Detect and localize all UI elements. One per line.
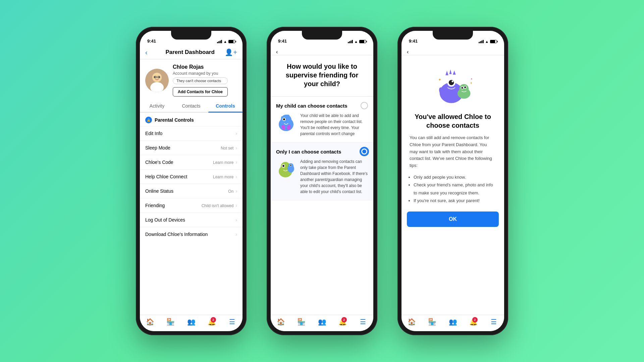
radio-1[interactable] (361, 102, 368, 109)
edit-info-label: Edit Info (145, 131, 162, 136)
download-label: Download Chloe's Information (145, 232, 208, 237)
nav-menu-3[interactable]: ☰ (484, 318, 504, 326)
nav-bell-3[interactable]: 🔔 2 (463, 318, 484, 326)
option1-text: Your child will be able to add and remov… (300, 113, 368, 137)
signal-2 (348, 40, 353, 43)
nav-home-1[interactable]: 🏠 (140, 318, 160, 326)
nav-groups-2[interactable]: 👥 (312, 318, 332, 326)
menu-item-friending[interactable]: Friending Child isn't allowed › (140, 198, 243, 213)
menu-item-edit-info[interactable]: Edit Info › (140, 126, 243, 140)
svg-point-4 (158, 76, 160, 78)
nav-groups-1[interactable]: 👥 (181, 318, 201, 326)
svg-point-30 (449, 80, 454, 85)
nav-store-2[interactable]: 🏪 (291, 318, 312, 326)
nav-store-1[interactable]: 🏪 (160, 318, 181, 326)
profile-section: Chloe Rojas Account managed by you They … (140, 59, 243, 100)
nav-menu-2[interactable]: ☰ (353, 318, 373, 326)
svg-point-15 (287, 115, 289, 117)
option-parent-choose[interactable]: Only I can choose contacts (271, 142, 373, 200)
svg-point-1 (152, 73, 162, 82)
option1-image (276, 113, 296, 133)
tab-controls[interactable]: Controls (208, 100, 243, 112)
phone-2: 9:41 ▲ ‹ How would you like to supervise… (267, 27, 377, 335)
menu-item-online-status[interactable]: Online Status On › (140, 184, 243, 198)
online-status-label: Online Status (145, 188, 173, 194)
log-out-label: Log Out of Devices (145, 217, 185, 223)
signal-1 (217, 40, 222, 43)
add-user-icon[interactable]: 👤+ (225, 48, 237, 56)
phone-1: 9:41 ▲ ‹ Parent Dashboard 👤+ (136, 27, 247, 335)
option-child-choose[interactable]: My child can choose contacts (271, 97, 373, 142)
chloe-code-chevron: › (235, 160, 237, 165)
signal-3 (479, 40, 484, 43)
svg-marker-26 (445, 71, 448, 75)
friending-chevron: › (235, 203, 237, 208)
svg-point-14 (281, 116, 283, 118)
svg-point-38 (461, 87, 463, 88)
wifi-icon-1: ▲ (223, 40, 227, 44)
add-contacts-button[interactable]: Add Contacts for Chloe (173, 87, 228, 97)
friending-value: Child isn't allowed (202, 203, 234, 208)
phone3-content: ✦ ✦ ✦ You've allowed Chloe to choose con… (401, 55, 504, 315)
chloe-code-value: Learn more (213, 160, 233, 165)
svg-text:✦: ✦ (438, 77, 441, 82)
menu-item-help-connect[interactable]: Help Chloe Connect Learn more › (140, 169, 243, 184)
help-connect-label: Help Chloe Connect (145, 174, 187, 179)
menu-header-label: Parental Controls (155, 117, 194, 123)
bullet-2: Check your friend's name, photo and info… (414, 181, 496, 197)
notification-badge-2: 2 (341, 317, 347, 322)
nav-bar-1: ‹ Parent Dashboard 👤+ (140, 46, 243, 59)
online-status-value: On (228, 189, 233, 194)
back-button-1[interactable]: ‹ (145, 49, 155, 56)
time-1: 9:41 (147, 39, 156, 44)
wifi-icon-3: ▲ (485, 40, 489, 44)
sleep-mode-value: Not set (221, 146, 233, 150)
chloe-code-label: Chloe's Code (145, 160, 173, 165)
tab-activity[interactable]: Activity (140, 100, 174, 112)
profile-info: Chloe Rojas Account managed by you They … (173, 64, 228, 97)
bullet-3: If you're not sure, ask your parent! (414, 197, 496, 204)
nav-home-2[interactable]: 🏠 (271, 318, 291, 326)
online-status-chevron: › (235, 188, 237, 194)
nav-bell-2[interactable]: 🔔 2 (332, 318, 353, 326)
download-chevron: › (235, 232, 237, 237)
menu-header: 🔒 Parental Controls (140, 113, 243, 126)
svg-point-31 (452, 80, 453, 82)
back-button-2[interactable]: ‹ (276, 49, 278, 55)
bullet-1: Only add people you know. (414, 173, 496, 181)
avatar (145, 69, 169, 92)
tab-contacts[interactable]: Contacts (174, 100, 208, 112)
phone2-content: How would you like to supervise friendin… (271, 55, 373, 315)
help-connect-value: Learn more (213, 175, 233, 179)
back-button-3[interactable]: ‹ (407, 49, 409, 55)
monsters-svg: ✦ ✦ ✦ (429, 65, 476, 106)
svg-marker-28 (453, 70, 456, 74)
option2-title: Only I can choose contacts (276, 149, 341, 155)
svg-point-11 (283, 118, 285, 120)
ok-button[interactable]: OK (407, 212, 499, 227)
svg-text:✦: ✦ (470, 81, 473, 85)
nav-store-3[interactable]: 🏪 (422, 318, 442, 326)
menu-item-download[interactable]: Download Chloe's Information › (140, 227, 243, 241)
help-connect-chevron: › (235, 174, 237, 179)
radio-2[interactable] (361, 148, 368, 155)
svg-point-40 (464, 86, 466, 88)
notch-1 (171, 31, 211, 40)
notch-3 (433, 31, 473, 40)
friending-label: Friending (145, 203, 165, 208)
nav-home-3[interactable]: 🏠 (401, 318, 422, 326)
menu-item-log-out[interactable]: Log Out of Devices › (140, 213, 243, 227)
sleep-mode-label: Sleep Mode (145, 145, 170, 150)
nav-groups-3[interactable]: 👥 (442, 318, 463, 326)
confirm-body: You can still add and remove contacts fo… (401, 134, 504, 169)
time-2: 9:41 (278, 39, 287, 44)
profile-sub: Account managed by you (173, 71, 228, 76)
nav-menu-1[interactable]: ☰ (222, 318, 243, 326)
sleep-mode-chevron: › (235, 145, 237, 150)
svg-point-23 (290, 165, 291, 166)
option2-text: Adding and removing contacts can only ta… (300, 159, 368, 195)
confirm-bullets: Only add people you know. Check your fri… (414, 173, 496, 205)
menu-item-chloe-code[interactable]: Chloe's Code Learn more › (140, 155, 243, 169)
menu-item-sleep-mode[interactable]: Sleep Mode Not set › (140, 140, 243, 155)
nav-bell-1[interactable]: 🔔 2 (202, 318, 222, 326)
